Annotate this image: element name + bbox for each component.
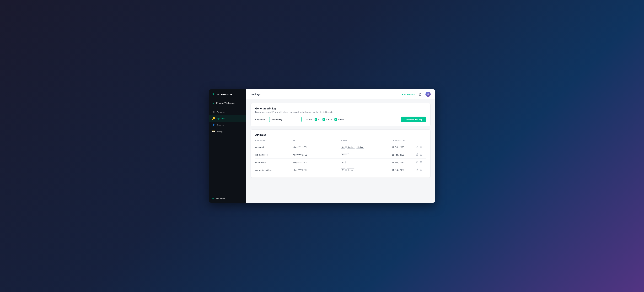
sidebar-item-billing[interactable]: 💳 Billing [209, 128, 246, 135]
sidebar-item-general[interactable]: 👤 General [209, 122, 246, 128]
table-row: warpbuild-api-key wkey-*****2F0L CIHelio… [255, 166, 426, 174]
row-actions [416, 168, 426, 172]
topbar-right: Operational [402, 92, 431, 97]
workspace-chevron-icon: ⌄ [241, 102, 243, 104]
cell-created-date: 11 Feb, 2025 [392, 158, 416, 166]
sidebar-item-products-label: Products [217, 111, 225, 113]
api-keys-icon: 🔑 [212, 117, 215, 120]
scope-tag: CI [340, 146, 346, 148]
generate-api-key-card: Generate API key Do not share you API ke… [250, 103, 431, 126]
scope-tag: Helios [356, 146, 364, 148]
helios-checkmark: ✓ [335, 118, 336, 120]
user-avatar[interactable] [426, 92, 431, 97]
scope-checkboxes: ✓ CI ✓ Cache [314, 118, 344, 121]
col-header-created: CREATED ON [392, 139, 416, 144]
checkbox-cache[interactable]: ✓ Cache [322, 118, 332, 121]
checkbox-ci[interactable]: ✓ CI [314, 118, 320, 121]
warpbuild-logo-icon: ✳ [212, 92, 215, 96]
shield-icon: 🛡 [212, 102, 215, 104]
cell-actions [416, 144, 426, 151]
edit-icon[interactable] [416, 146, 418, 148]
scope-tag: Helios [340, 153, 349, 156]
edit-icon[interactable] [416, 168, 418, 172]
api-keys-table-title: API Keys [255, 134, 426, 136]
generate-card-title: Generate API key [255, 107, 426, 110]
manage-workspace-button[interactable]: 🛡 Manage Workspace ⌄ [209, 99, 246, 107]
page-title: API keys [250, 93, 261, 96]
cell-actions [416, 158, 426, 166]
topbar: API keys Operational [246, 90, 435, 99]
app-name: WARPBUILD [216, 93, 232, 96]
sidebar-item-api-keys[interactable]: 🔑 Api keys [209, 115, 246, 122]
edit-icon[interactable] [416, 161, 418, 164]
cell-key-value: wkey-*****2F0L [293, 151, 340, 158]
table-row: wb-runners wkey-*****2F0L CI 11 Feb, 202… [255, 158, 426, 166]
row-actions [416, 153, 426, 156]
sidebar: ✳ WARPBUILD 🛡 Manage Workspace ⌄ ⊞ Produ… [209, 90, 246, 202]
cache-label: Cache [326, 118, 332, 120]
sidebar-item-products[interactable]: ⊞ Products [209, 109, 246, 115]
table-header-row: KEY NAME KEY SCOPE CREATED ON [255, 139, 426, 144]
ci-checkbox[interactable]: ✓ [314, 118, 317, 121]
cell-key-name: warpbuild-api-key [255, 166, 293, 174]
products-icon: ⊞ [212, 110, 215, 114]
delete-icon[interactable] [420, 153, 422, 156]
scope-section: Scope ✓ CI ✓ [306, 118, 344, 121]
col-header-key-name: KEY NAME [255, 139, 293, 144]
cache-checkmark: ✓ [323, 118, 324, 120]
cell-key-name: wb-runners [255, 158, 293, 166]
page-body: Generate API key Do not share you API ke… [246, 99, 435, 202]
status-dot [402, 94, 403, 95]
status-badge: Operational [402, 93, 415, 96]
workspace-label: Manage Workspace [216, 102, 240, 104]
cell-scope: CI [340, 158, 392, 166]
general-icon: 👤 [212, 124, 215, 126]
sidebar-item-api-keys-label: Api keys [217, 118, 225, 120]
org-name-label: WarpBuild [216, 197, 240, 200]
cache-checkbox[interactable]: ✓ [322, 118, 325, 121]
scope-tag: CI [340, 161, 346, 164]
edit-icon[interactable] [416, 153, 418, 156]
document-icon-button[interactable] [418, 92, 423, 97]
col-header-scope: SCOPE [340, 139, 392, 144]
delete-icon[interactable] [420, 168, 422, 172]
cell-scope: CIHelios [340, 166, 392, 174]
sidebar-bottom[interactable]: ✳ WarpBuild ⌄ [209, 194, 246, 202]
sidebar-nav: ⊞ Products 🔑 Api keys 👤 General 💳 Billin… [209, 107, 246, 194]
sidebar-item-billing-label: Billing [217, 130, 222, 133]
scope-label: Scope [306, 118, 312, 120]
api-keys-table: KEY NAME KEY SCOPE CREATED ON wb-pvt-all… [255, 139, 426, 174]
row-actions [416, 161, 426, 164]
cell-created-date: 11 Feb, 2025 [392, 144, 416, 151]
ci-checkmark: ✓ [315, 118, 316, 120]
svg-point-0 [428, 93, 428, 94]
key-name-input[interactable] [269, 117, 302, 122]
scope-tag: CI [340, 168, 346, 172]
api-keys-table-card: API Keys KEY NAME KEY SCOPE CREATED ON w… [250, 130, 431, 178]
status-label: Operational [404, 93, 415, 96]
cell-key-name: wb-pvt-helios [255, 151, 293, 158]
generate-api-key-button[interactable]: Generate API Key [401, 116, 426, 122]
table-row: wb-pvt-all wkey-*****2F0L CICacheHelios … [255, 144, 426, 151]
bottom-chevron-icon: ⌄ [241, 198, 243, 200]
main-content: API keys Operational [246, 90, 435, 202]
cell-scope: Helios [340, 151, 392, 158]
billing-icon: 💳 [212, 130, 215, 133]
cell-key-value: wkey-*****2F0L [293, 144, 340, 151]
generate-card-description: Do not share you API key with others or … [255, 111, 426, 113]
bottom-logo-icon: ✳ [212, 197, 214, 200]
api-keys-table-body: wb-pvt-all wkey-*****2F0L CICacheHelios … [255, 144, 426, 174]
delete-icon[interactable] [420, 161, 422, 164]
cell-created-date: 11 Feb, 2025 [392, 166, 416, 174]
helios-label: Helios [338, 118, 344, 120]
row-actions [416, 146, 426, 148]
delete-icon[interactable] [420, 146, 422, 148]
cell-key-name: wb-pvt-all [255, 144, 293, 151]
table-row: wb-pvt-helios wkey-*****2F0L Helios 11 F… [255, 151, 426, 158]
checkbox-helios[interactable]: ✓ Helios [334, 118, 344, 121]
cell-scope: CICacheHelios [340, 144, 392, 151]
cell-created-date: 11 Feb, 2025 [392, 151, 416, 158]
col-header-key: KEY [293, 139, 340, 144]
helios-checkbox[interactable]: ✓ [334, 118, 337, 121]
cell-key-value: wkey-*****2F0L [293, 158, 340, 166]
